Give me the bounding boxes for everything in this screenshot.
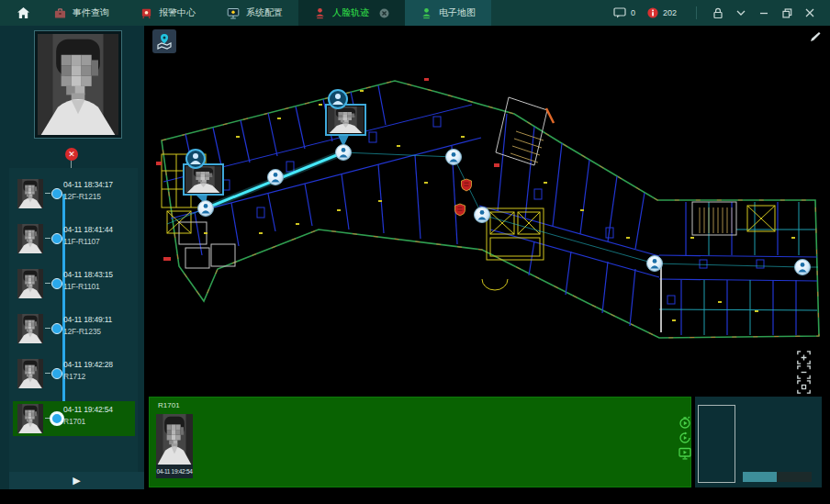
timeline-item-3[interactable]: 04-11 18:43:15 11F-R1101 bbox=[13, 266, 135, 301]
zoom-in-icon bbox=[797, 351, 811, 364]
title-bar: 事件查询 报警中心 系统配置 人脸轨迹 bbox=[0, 0, 830, 26]
alarm-center-icon bbox=[140, 7, 152, 19]
connector bbox=[45, 238, 50, 239]
timeline-item-1[interactable]: 04-11 18:34:17 12F-R1215 bbox=[13, 176, 135, 211]
detection-location: 12F-R1215 bbox=[63, 192, 113, 201]
map-area bbox=[149, 26, 830, 397]
alarm-count-icon[interactable] bbox=[647, 7, 658, 18]
loading-progress-bar[interactable] bbox=[743, 472, 812, 482]
tab-event-query[interactable]: 事件查询 bbox=[39, 0, 125, 26]
chevron-down-icon bbox=[736, 10, 746, 16]
video-preview-panel bbox=[695, 397, 822, 487]
tab-close-button[interactable] bbox=[379, 8, 389, 18]
instant-playback-button[interactable] bbox=[679, 416, 691, 429]
home-icon bbox=[17, 6, 30, 19]
minimize-button[interactable] bbox=[755, 4, 773, 22]
app-window: 事件查询 报警中心 系统配置 人脸轨迹 bbox=[0, 0, 830, 504]
titlebar-right: 0 202 bbox=[613, 4, 830, 22]
map-zoom-out-button[interactable] bbox=[797, 365, 811, 379]
restore-icon bbox=[782, 8, 792, 18]
face-thumbnail bbox=[17, 359, 43, 388]
detection-time: 04-11 18:43:15 bbox=[63, 270, 113, 279]
timeline-node[interactable] bbox=[51, 188, 62, 199]
map-reset-view-button[interactable] bbox=[797, 380, 811, 394]
map-edit-button[interactable] bbox=[809, 30, 821, 47]
tab-alarm-center[interactable]: 报警中心 bbox=[125, 0, 211, 26]
face-track-sidebar: ✕ 04-11 18:34:17 12F-R1215 04-11 18:41:4… bbox=[0, 26, 144, 489]
person-marker[interactable] bbox=[647, 256, 663, 272]
connector bbox=[45, 373, 50, 374]
person-marker[interactable] bbox=[336, 145, 352, 161]
pencil-icon bbox=[809, 31, 821, 43]
camera-label: R1701 bbox=[158, 401, 180, 409]
tab-label: 电子地图 bbox=[439, 6, 476, 19]
message-count: 0 bbox=[631, 8, 635, 17]
map-layers-button[interactable] bbox=[152, 29, 176, 53]
face-thumbnail bbox=[17, 179, 43, 208]
target-face-photo bbox=[34, 30, 122, 139]
lock-button[interactable] bbox=[709, 4, 727, 22]
tab-face-track[interactable]: 人脸轨迹 bbox=[298, 0, 405, 26]
tab-label: 报警中心 bbox=[159, 6, 196, 19]
alarm-marker[interactable] bbox=[455, 204, 465, 216]
remove-target-button[interactable]: ✕ bbox=[65, 148, 78, 161]
video-placeholder bbox=[698, 405, 735, 483]
timeline-item-4[interactable]: 04-11 18:49:11 12F-R1235 bbox=[13, 311, 135, 346]
face-thumbnail bbox=[17, 404, 43, 433]
event-query-icon bbox=[54, 7, 66, 19]
tab-system-config[interactable]: 系统配置 bbox=[211, 0, 298, 26]
message-icon[interactable] bbox=[613, 7, 626, 18]
minimize-icon bbox=[759, 8, 768, 17]
replay-button[interactable] bbox=[679, 431, 691, 444]
detection-snapshot[interactable]: 04-11 19:42:54 bbox=[156, 414, 193, 478]
person-marker[interactable] bbox=[268, 170, 284, 185]
view-on-screen-button[interactable] bbox=[679, 447, 691, 460]
dropdown-button[interactable] bbox=[732, 4, 750, 22]
detection-time: 04-11 18:49:11 bbox=[63, 315, 112, 324]
tab-label: 事件查询 bbox=[73, 6, 109, 19]
close-window-button[interactable] bbox=[801, 4, 819, 22]
timeline-node[interactable] bbox=[51, 323, 62, 334]
person-marker[interactable] bbox=[446, 150, 462, 165]
timeline-node[interactable] bbox=[51, 368, 62, 379]
home-button[interactable] bbox=[7, 0, 39, 26]
detection-detail-panel: R1701 04-11 19:42:54 bbox=[149, 397, 691, 487]
person-marker[interactable] bbox=[198, 201, 214, 217]
alarm-marker[interactable] bbox=[462, 179, 472, 191]
reset-view-icon bbox=[797, 380, 811, 394]
timeline-node[interactable] bbox=[51, 278, 62, 289]
tab-e-map[interactable]: 电子地图 bbox=[405, 0, 491, 26]
replay-icon bbox=[679, 431, 691, 444]
map-pin-icon bbox=[156, 33, 173, 50]
timeline-item-2[interactable]: 04-11 18:41:44 11F-R1107 bbox=[13, 221, 135, 256]
play-trajectory-button[interactable]: ▶ bbox=[9, 472, 144, 489]
detection-time: 04-11 19:42:28 bbox=[63, 360, 113, 369]
detection-time: 04-11 18:41:44 bbox=[63, 225, 113, 234]
connector bbox=[45, 328, 50, 329]
face-snapshot bbox=[328, 106, 364, 133]
timeline-item-5[interactable]: 04-11 19:42:28 R1712 bbox=[13, 356, 135, 391]
floor-plan-map[interactable] bbox=[149, 26, 830, 397]
detection-location: R1701 bbox=[63, 417, 113, 426]
snapshot-image bbox=[156, 414, 193, 465]
timeline-node[interactable] bbox=[51, 233, 62, 244]
e-map-icon bbox=[421, 7, 432, 19]
timeline-node[interactable] bbox=[50, 411, 64, 426]
tab-label: 人脸轨迹 bbox=[332, 6, 369, 19]
face-thumbnail bbox=[17, 269, 43, 298]
close-icon bbox=[379, 8, 389, 18]
timeline-item-6-selected[interactable]: 04-11 19:42:54 R1701 bbox=[13, 401, 135, 436]
restore-button[interactable] bbox=[778, 4, 796, 22]
tab-label: 系统配置 bbox=[246, 6, 283, 19]
snapshot-time: 04-11 19:42:54 bbox=[156, 465, 193, 478]
person-marker[interactable] bbox=[475, 207, 490, 223]
detection-time: 04-11 19:42:54 bbox=[63, 405, 113, 414]
progress-fill bbox=[743, 472, 777, 482]
map-zoom-in-button[interactable] bbox=[797, 351, 811, 364]
person-marker[interactable] bbox=[795, 260, 811, 275]
zoom-out-icon bbox=[797, 365, 811, 379]
face-thumbnail bbox=[17, 314, 43, 343]
detection-location: R1712 bbox=[63, 372, 113, 381]
close-window-icon bbox=[805, 8, 814, 17]
detection-location: 11F-R1101 bbox=[63, 282, 113, 291]
